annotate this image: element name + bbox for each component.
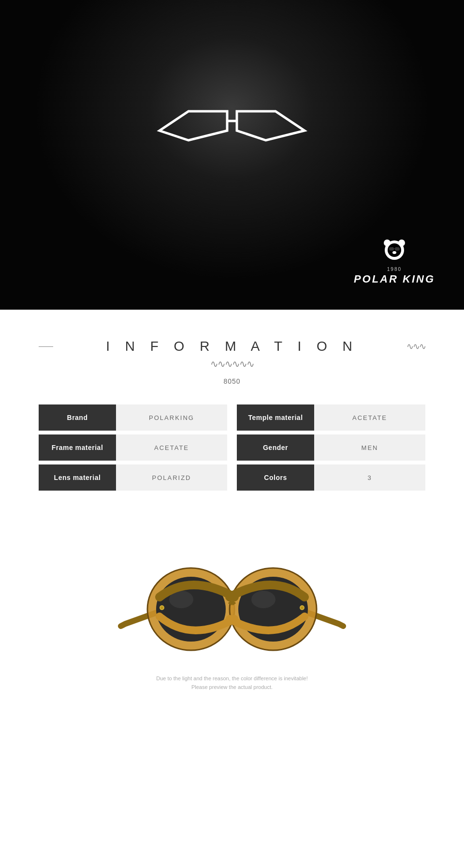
disclaimer-line1: Due to the light and the reason, the col… (156, 675, 308, 681)
svg-point-26 (251, 591, 276, 608)
svg-point-30 (301, 606, 304, 609)
product-sunglasses-image (111, 549, 353, 674)
specs-column-right: Temple material ACETATE Gender MEN Color… (237, 404, 425, 491)
svg-point-4 (398, 239, 405, 246)
spec-value-lens: POLARIZD (116, 464, 227, 491)
spec-value-gender: MEN (314, 434, 425, 461)
polar-king-icon (377, 238, 411, 265)
spec-row-lens: Lens material POLARIZD (39, 464, 227, 491)
hero-background: 1980 POLAR KING (0, 0, 464, 310)
hero-section: 1980 POLAR KING (0, 0, 464, 310)
spec-value-frame: ACETATE (116, 434, 227, 461)
svg-rect-9 (395, 247, 400, 251)
brand-name: POLAR KING (354, 273, 435, 285)
svg-point-7 (392, 251, 396, 254)
svg-point-3 (384, 239, 391, 246)
product-section: Due to the light and the reason, the col… (0, 539, 464, 720)
spec-value-temple: ACETATE (314, 404, 425, 431)
info-section: I N F O R M A T I O N ∿∿∿ ∿∿∿∿∿∿ 8050 Br… (0, 310, 464, 539)
spec-value-colors: 3 (314, 464, 425, 491)
spec-value-brand: POLARKING (116, 404, 227, 431)
spec-label-lens: Lens material (39, 464, 116, 491)
info-wavy-underline: ∿∿∿∿∿∿ (19, 358, 445, 370)
header-wavy-right: ∿∿∿ (406, 341, 425, 352)
specs-column-left: Brand POLARKING Frame material ACETATE L… (39, 404, 227, 491)
spec-label-gender: Gender (237, 434, 314, 461)
specs-container: Brand POLARKING Frame material ACETATE L… (19, 404, 445, 491)
spec-label-colors: Colors (237, 464, 314, 491)
spec-label-frame: Frame material (39, 434, 116, 461)
svg-rect-8 (389, 247, 394, 251)
spec-row-colors: Colors 3 (237, 464, 425, 491)
svg-point-28 (160, 606, 163, 609)
spec-label-brand: Brand (39, 404, 116, 431)
spec-row-frame: Frame material ACETATE (39, 434, 227, 461)
brand-logo: 1980 POLAR KING (354, 238, 435, 285)
info-title: I N F O R M A T I O N (106, 339, 358, 354)
spec-row-temple: Temple material ACETATE (237, 404, 425, 431)
spec-row-brand: Brand POLARKING (39, 404, 227, 431)
spec-row-gender: Gender MEN (237, 434, 425, 461)
disclaimer-line2: Please preview the actual product. (191, 684, 273, 690)
header-line-left (39, 346, 53, 347)
info-header: I N F O R M A T I O N ∿∿∿ (19, 339, 445, 354)
brand-year: 1980 (354, 267, 435, 272)
disclaimer-text: Due to the light and the reason, the col… (156, 674, 308, 691)
spec-label-temple: Temple material (237, 404, 314, 431)
glasses-icon (150, 102, 314, 150)
product-number: 8050 (19, 377, 445, 385)
